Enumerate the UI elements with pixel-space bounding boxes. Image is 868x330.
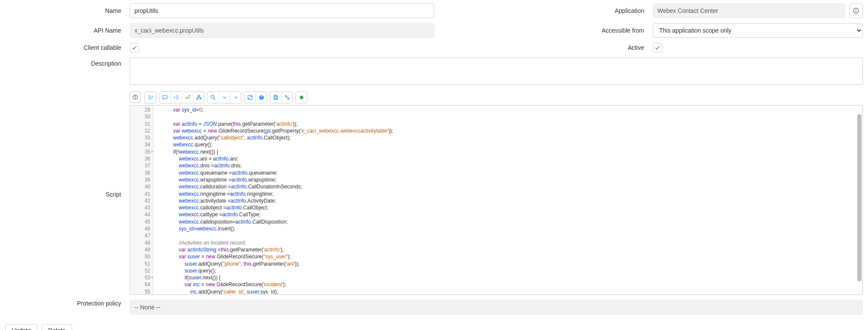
description-input[interactable]: [130, 58, 863, 85]
application-info-icon[interactable]: [850, 3, 863, 18]
active-checkbox[interactable]: [653, 43, 662, 52]
svg-point-19: [300, 96, 303, 99]
svg-rect-5: [163, 96, 168, 99]
script-help-icon[interactable]: [130, 91, 141, 103]
format-code-icon[interactable]: [145, 92, 156, 103]
code-body[interactable]: var sys_id=0; var actInfo = JSON.parse(t…: [153, 106, 862, 294]
svg-point-14: [261, 98, 262, 99]
api-name-label: API Name: [5, 27, 130, 34]
question-icon[interactable]: [256, 92, 267, 103]
api-name-input: [130, 23, 434, 38]
svg-rect-7: [198, 95, 200, 96]
syntax-check-icon[interactable]: abc: [182, 92, 193, 103]
search-icon[interactable]: [207, 92, 219, 103]
protection-policy-label: Protection policy: [5, 300, 130, 307]
script-editor[interactable]: 2930313233343536373839404142434445464748…: [130, 105, 863, 295]
form: Name Application API Name Accessible fro…: [0, 0, 868, 321]
name-input[interactable]: [130, 3, 434, 18]
svg-rect-9: [200, 98, 201, 99]
description-label: Description: [5, 58, 130, 67]
update-button[interactable]: Update: [5, 324, 37, 330]
active-label: Active: [434, 44, 653, 51]
protection-policy-input: [130, 300, 863, 315]
outdent-icon[interactable]: [171, 92, 182, 103]
application-input: [653, 3, 845, 18]
svg-rect-8: [196, 98, 198, 99]
line-gutter: 2930313233343536373839404142434445464748…: [130, 106, 153, 294]
svg-point-4: [135, 98, 136, 99]
client-callable-checkbox[interactable]: [130, 43, 139, 52]
fullscreen-icon[interactable]: [244, 92, 256, 103]
diff-icon[interactable]: [281, 92, 292, 103]
editor-scrollbar[interactable]: [857, 106, 862, 294]
delete-button[interactable]: Delete: [42, 324, 72, 330]
find-next-icon[interactable]: [219, 92, 230, 103]
svg-line-11: [214, 98, 216, 100]
debug-icon[interactable]: [296, 92, 307, 103]
tree-icon[interactable]: [193, 92, 204, 103]
accessible-from-select[interactable]: This application scope only: [653, 23, 863, 38]
application-label: Application: [434, 7, 653, 14]
svg-point-10: [211, 95, 214, 98]
client-callable-label: Client callable: [5, 44, 130, 51]
svg-text:abc: abc: [185, 96, 190, 99]
name-label: Name: [5, 7, 130, 14]
toggle-comment-icon[interactable]: [159, 92, 171, 103]
svg-rect-16: [275, 98, 277, 100]
svg-point-2: [856, 9, 856, 10]
script-label: Script: [5, 188, 130, 198]
script-toolbar: abc: [130, 91, 863, 103]
save-icon[interactable]: [270, 92, 281, 103]
accessible-from-label: Accessible from: [434, 27, 653, 34]
find-prev-icon[interactable]: [230, 92, 241, 103]
svg-rect-15: [275, 95, 277, 97]
